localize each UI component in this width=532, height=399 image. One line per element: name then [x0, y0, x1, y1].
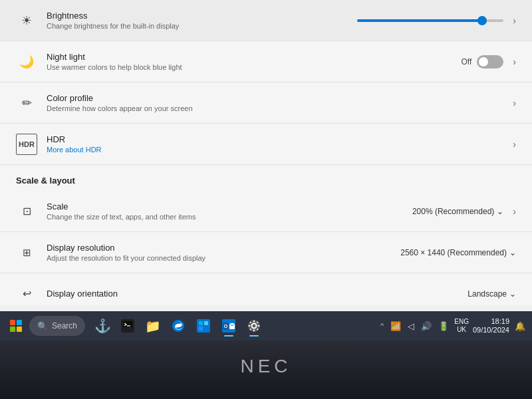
taskbar-search[interactable]: 🔍 Search — [29, 316, 85, 336]
clock-time: 18:19 — [491, 317, 509, 326]
brightness-text: Brightness Change brightness for the bui… — [47, 11, 357, 30]
search-icon: 🔍 — [37, 321, 48, 331]
location-icon[interactable]: ◁ — [406, 320, 416, 332]
display-resolution-subtitle: Adjust the resolution to fit your connec… — [47, 254, 400, 262]
night-light-row[interactable]: 🌙 Night light Use warmer colors to help … — [0, 41, 532, 82]
tray-overflow-chevron[interactable]: ^ — [379, 322, 385, 330]
display-resolution-value[interactable]: 2560 × 1440 (Recommended) ⌄ — [400, 248, 516, 257]
display-orientation-text: Display orientation — [47, 289, 467, 299]
hdr-title: HDR — [47, 134, 509, 144]
svg-rect-8 — [199, 327, 203, 331]
volume-icon[interactable]: 🔊 — [420, 320, 433, 332]
monitor-brand: NEC — [240, 356, 291, 377]
svg-rect-16 — [253, 321, 255, 323]
color-profile-icon: ✏ — [16, 92, 37, 114]
svg-rect-6 — [199, 321, 203, 325]
display-resolution-control[interactable]: 2560 × 1440 (Recommended) ⌄ — [400, 248, 516, 257]
scale-caret: ⌄ — [497, 207, 503, 216]
svg-rect-2 — [123, 321, 132, 327]
display-resolution-row[interactable]: ⊞ Display resolution Adjust the resoluti… — [0, 232, 532, 273]
region-code: UK — [457, 326, 466, 334]
brightness-chevron[interactable]: › — [513, 15, 516, 26]
ship-app-icon[interactable]: ⚓ — [90, 314, 114, 338]
brightness-subtitle: Change brightness for the built-in displ… — [47, 22, 357, 30]
scale-title: Scale — [47, 201, 412, 211]
settings-panel: ☀ Brightness Change brightness for the b… — [0, 0, 532, 306]
brightness-icon: ☀ — [16, 10, 37, 31]
store-app-icon[interactable] — [192, 314, 215, 338]
language-indicator[interactable]: ENG UK — [454, 318, 469, 334]
display-orientation-icon: ↩ — [16, 283, 37, 305]
network-icon[interactable]: 📶 — [389, 320, 402, 332]
clock-date: 09/10/2024 — [473, 326, 509, 334]
cmd-app-icon[interactable] — [116, 314, 140, 338]
svg-text:O: O — [224, 324, 228, 329]
night-light-icon: 🌙 — [16, 51, 37, 72]
scale-icon: ⊡ — [16, 201, 37, 222]
settings-taskbar-icon[interactable] — [242, 314, 266, 338]
night-light-text: Night light Use warmer colors to help bl… — [47, 52, 462, 71]
monitor-bezel: NEC — [0, 340, 532, 399]
orientation-caret: ⌄ — [509, 289, 516, 299]
scale-value[interactable]: 200% (Recommended) ⌄ — [412, 207, 503, 216]
hdr-row[interactable]: HDR HDR More about HDR › — [0, 124, 532, 165]
night-light-title: Night light — [47, 52, 462, 62]
scale-row[interactable]: ⊡ Scale Change the size of text, apps, a… — [0, 191, 532, 232]
display-resolution-text: Display resolution Adjust the resolution… — [47, 243, 400, 262]
svg-rect-7 — [204, 321, 208, 325]
night-light-toggle[interactable] — [477, 55, 503, 68]
svg-rect-9 — [204, 327, 208, 331]
scale-chevron[interactable]: › — [513, 206, 516, 217]
outlook-app-icon[interactable]: O — [217, 314, 241, 338]
resolution-caret: ⌄ — [509, 248, 516, 257]
display-orientation-value[interactable]: Landscape ⌄ — [467, 289, 516, 299]
color-profile-text: Color profile Determine how colors appea… — [47, 93, 509, 112]
folder-app-icon[interactable]: 📁 — [141, 314, 165, 338]
language-code: ENG — [454, 318, 469, 326]
svg-rect-5 — [197, 319, 210, 332]
color-profile-chevron[interactable]: › — [513, 98, 516, 108]
brightness-control[interactable]: › — [357, 15, 516, 26]
night-light-subtitle: Use warmer colors to help block blue lig… — [47, 63, 462, 71]
svg-rect-18 — [249, 325, 251, 327]
start-button[interactable] — [5, 315, 27, 336]
system-clock[interactable]: 18:19 09/10/2024 — [473, 317, 509, 334]
brightness-slider[interactable] — [357, 19, 503, 22]
hdr-subtitle[interactable]: More about HDR — [47, 146, 509, 154]
taskbar: 🔍 Search ⚓ 📁 — [0, 311, 532, 340]
hdr-text: HDR More about HDR — [47, 134, 509, 154]
search-text: Search — [52, 321, 77, 331]
brightness-row[interactable]: ☀ Brightness Change brightness for the b… — [0, 0, 532, 41]
color-profile-subtitle: Determine how colors appear on your scre… — [47, 104, 509, 112]
display-orientation-row[interactable]: ↩ Display orientation Landscape ⌄ — [0, 273, 532, 306]
brightness-title: Brightness — [47, 11, 357, 21]
color-profile-control[interactable]: › — [509, 98, 516, 108]
edge-app-icon[interactable] — [166, 314, 190, 338]
windows-logo-icon — [10, 320, 22, 332]
notification-icon[interactable]: 🔔 — [513, 320, 527, 332]
hdr-chevron[interactable]: › — [513, 139, 516, 150]
display-orientation-title: Display orientation — [47, 289, 467, 299]
night-light-chevron[interactable]: › — [513, 57, 516, 67]
night-light-status: Off — [462, 57, 472, 66]
taskbar-apps: ⚓ 📁 — [90, 314, 266, 338]
color-profile-title: Color profile — [47, 93, 509, 103]
display-resolution-icon: ⊞ — [16, 242, 37, 263]
battery-icon[interactable]: 🔋 — [437, 320, 450, 332]
svg-rect-17 — [253, 330, 255, 332]
display-resolution-title: Display resolution — [47, 243, 400, 253]
svg-rect-19 — [258, 325, 260, 327]
night-light-control[interactable]: Off › — [462, 55, 516, 68]
scale-layout-header: Scale & layout — [0, 165, 532, 191]
scale-text: Scale Change the size of text, apps, and… — [47, 201, 412, 221]
scale-subtitle: Change the size of text, apps, and other… — [47, 213, 412, 221]
scale-control[interactable]: 200% (Recommended) ⌄ › — [412, 206, 516, 217]
color-profile-row[interactable]: ✏ Color profile Determine how colors app… — [0, 82, 532, 124]
hdr-icon: HDR — [16, 134, 37, 155]
display-orientation-control[interactable]: Landscape ⌄ — [467, 289, 516, 299]
system-tray: ^ 📶 ◁ 🔊 🔋 ENG UK 18:19 09/10/2024 🔔 — [379, 317, 527, 334]
hdr-control[interactable]: › — [509, 139, 516, 150]
